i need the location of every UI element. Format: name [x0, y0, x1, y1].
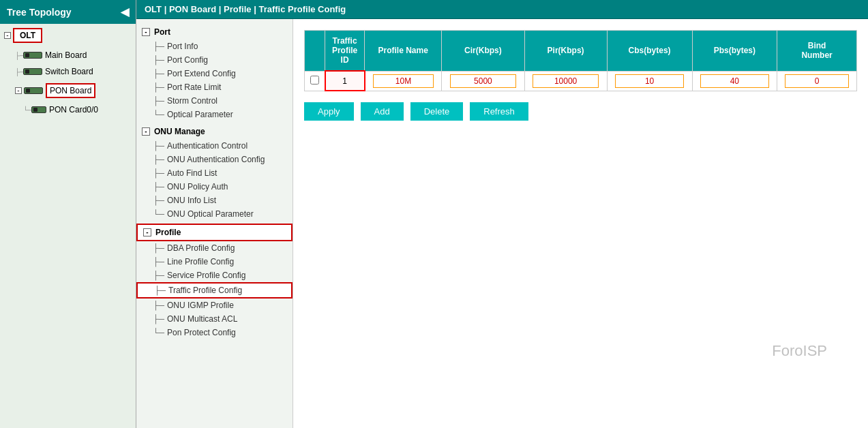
icon-mainboard [23, 52, 42, 59]
tree-item-ponboard[interactable]: - PON Board [11, 81, 136, 100]
expand-olt[interactable]: - [4, 32, 11, 39]
olt-label[interactable]: OLT [13, 28, 42, 43]
th-pir-kbps: Pir(Kbps) [524, 31, 607, 72]
th-traffic-profile-id: TrafficProfile ID [325, 31, 365, 72]
sidebar-collapse-button[interactable]: ◀ [121, 5, 129, 18]
ponboard-label: PON Board [46, 83, 95, 98]
nav-section-port-label: Port [154, 27, 170, 37]
tree-node-olt: - OLT [0, 24, 136, 47]
row-profile-name-input[interactable] [373, 74, 434, 88]
table-body: 1 [305, 71, 857, 91]
tree-node-poncard: └─ PON Card0/0 [19, 102, 136, 118]
th-profile-name: Profile Name [365, 31, 442, 72]
icon-ponboard [24, 87, 43, 94]
row-pir-input[interactable] [533, 74, 599, 88]
config-table: TrafficProfile ID Profile Name Cir(Kbps)… [304, 30, 857, 91]
left-nav: - Port ├─Port Info ├─Port Config ├─Port … [136, 19, 293, 428]
nav-item-line-profile[interactable]: ├─Line Profile Config [136, 255, 293, 269]
nav-item-service-profile[interactable]: ├─Service Profile Config [136, 269, 293, 282]
expand-profile[interactable]: - [143, 228, 151, 236]
nav-item-auth-control[interactable]: ├─Authentication Control [136, 139, 293, 153]
apply-button[interactable]: Apply [304, 102, 354, 121]
sidebar: Tree Topology ◀ - OLT ├─ Main Board ├─ S… [0, 0, 136, 428]
row-pbs-input[interactable] [700, 74, 768, 88]
row-cbs-input[interactable] [615, 74, 684, 88]
icon-switchboard [23, 68, 42, 75]
tree-node-ponboard: - PON Board [11, 80, 136, 102]
row-checkbox[interactable] [310, 76, 319, 85]
nav-section-profile-label: Profile [155, 228, 181, 237]
switchboard-label: Switch Board [45, 67, 93, 76]
nav-item-onu-optical-param[interactable]: └─ONU Optical Parameter [136, 207, 293, 221]
nav-item-port-rate-limit[interactable]: ├─Port Rate Limit [136, 80, 293, 94]
th-cbs-bytes: Cbs(bytes) [607, 31, 692, 72]
nav-item-port-config[interactable]: ├─Port Config [136, 53, 293, 67]
sidebar-title: Tree Topology [7, 7, 72, 18]
watermark: ForoISP [772, 342, 827, 360]
tree-item-olt[interactable]: - OLT [0, 25, 136, 46]
expand-ponboard[interactable]: - [15, 87, 22, 94]
table-row: 1 [305, 71, 857, 91]
add-button[interactable]: Add [361, 102, 404, 121]
row-cbs-cell [607, 71, 692, 91]
expand-port[interactable]: - [142, 28, 150, 36]
row-profile-name-cell [365, 71, 442, 91]
nav-section-onu-label: ONU Manage [154, 127, 205, 136]
delete-button[interactable]: Delete [410, 102, 464, 121]
nav-item-dba-profile[interactable]: ├─DBA Profile Config [136, 241, 293, 255]
row-cir-cell [442, 71, 524, 91]
nav-section-port[interactable]: - Port [136, 25, 293, 40]
table-wrapper: TrafficProfile ID Profile Name Cir(Kbps)… [304, 30, 857, 91]
nav-item-onu-multicast-acl[interactable]: ├─ONU Multicast ACL [136, 312, 293, 326]
breadcrumb: OLT | PON Board | Profile | Traffic Prof… [136, 0, 868, 19]
expand-onu-manage[interactable]: - [142, 127, 150, 136]
nav-item-port-extend-config[interactable]: ├─Port Extend Config [136, 67, 293, 80]
sidebar-header: Tree Topology ◀ [0, 0, 136, 24]
nav-section-onu-items: ├─Authentication Control ├─ONU Authentic… [136, 139, 293, 221]
nav-item-auto-find-list[interactable]: ├─Auto Find List [136, 166, 293, 180]
th-pbs-bytes: Pbs(bytes) [692, 31, 777, 72]
tree-item-switchboard[interactable]: ├─ Switch Board [11, 65, 136, 78]
content-area: - Port ├─Port Info ├─Port Config ├─Port … [136, 19, 868, 428]
poncard-label: PON Card0/0 [49, 105, 98, 114]
tree-item-mainboard[interactable]: ├─ Main Board [11, 48, 136, 62]
nav-section-profile-items: ├─DBA Profile Config ├─Line Profile Conf… [136, 241, 293, 339]
th-cir-kbps: Cir(Kbps) [442, 31, 524, 72]
row-pir-cell [524, 71, 607, 91]
nav-section-onu-manage[interactable]: - ONU Manage [136, 124, 293, 139]
tree-node-mainboard: ├─ Main Board [11, 47, 136, 63]
row-cir-input[interactable] [450, 74, 517, 88]
row-pbs-cell [692, 71, 777, 91]
nav-section-port-items: ├─Port Info ├─Port Config ├─Port Extend … [136, 40, 293, 121]
row-traffic-profile-id: 1 [325, 71, 365, 91]
tree-item-poncard[interactable]: └─ PON Card0/0 [19, 103, 136, 117]
nav-item-onu-igmp-profile[interactable]: ├─ONU IGMP Profile [136, 299, 293, 312]
row-bind-number-input[interactable] [785, 74, 848, 88]
row-checkbox-cell [305, 71, 325, 91]
nav-item-storm-control[interactable]: ├─Storm Control [136, 94, 293, 108]
nav-item-onu-policy-auth[interactable]: ├─ONU Policy Auth [136, 180, 293, 194]
nav-item-traffic-profile[interactable]: ├─Traffic Profile Config [136, 282, 293, 299]
th-checkbox [305, 31, 325, 72]
nav-item-port-info[interactable]: ├─Port Info [136, 40, 293, 53]
tree-node-switchboard: ├─ Switch Board [11, 63, 136, 80]
row-bind-number-cell [777, 71, 857, 91]
main-content: OLT | PON Board | Profile | Traffic Prof… [136, 0, 868, 428]
nav-item-optical-parameter[interactable]: └─Optical Parameter [136, 108, 293, 121]
nav-item-pon-protect-config[interactable]: └─Pon Protect Config [136, 326, 293, 339]
right-panel: TrafficProfile ID Profile Name Cir(Kbps)… [293, 19, 868, 428]
icon-poncard [31, 106, 46, 113]
nav-item-onu-auth-config[interactable]: ├─ONU Authentication Config [136, 153, 293, 166]
nav-item-onu-info-list[interactable]: ├─ONU Info List [136, 194, 293, 207]
button-row: Apply Add Delete Refresh [304, 102, 857, 121]
refresh-button[interactable]: Refresh [470, 102, 528, 121]
th-bind-number: BindNumber [777, 31, 857, 72]
nav-section-profile[interactable]: - Profile [136, 224, 293, 241]
mainboard-label: Main Board [45, 50, 87, 60]
